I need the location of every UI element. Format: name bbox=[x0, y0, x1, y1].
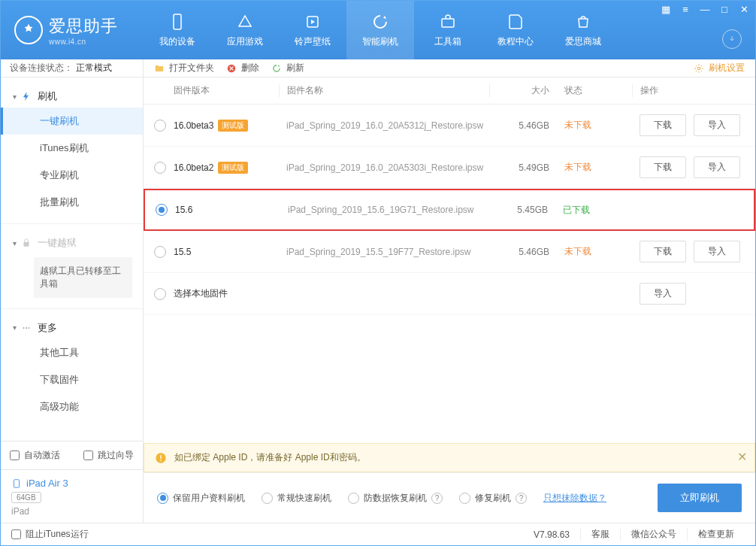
sidebar-item-one-click-flash[interactable]: 一键刷机 bbox=[1, 108, 143, 135]
table-row[interactable]: 15.6 iPad_Spring_2019_15.6_19G71_Restore… bbox=[144, 189, 755, 231]
delete-icon bbox=[226, 63, 237, 74]
firmware-size: 5.46GB bbox=[489, 120, 557, 131]
grid-icon[interactable]: ▦ bbox=[659, 4, 673, 15]
version-text: 15.5 bbox=[174, 247, 191, 257]
help-icon[interactable]: ? bbox=[431, 493, 443, 504]
chevron-down-icon: ▾ bbox=[13, 239, 17, 247]
svg-point-9 bbox=[697, 67, 700, 70]
row-radio[interactable] bbox=[154, 162, 166, 174]
action-bar: 保留用户资料刷机 常规快速刷机 防数据恢复刷机? 修复刷机? 只想抹除数据？ 立… bbox=[144, 472, 755, 523]
row-radio[interactable] bbox=[156, 204, 168, 216]
nav-ringtones[interactable]: 铃声壁纸 bbox=[279, 1, 346, 59]
import-button[interactable]: 导入 bbox=[694, 241, 740, 262]
app-logo-icon bbox=[14, 16, 43, 44]
import-button[interactable]: 导入 bbox=[694, 156, 740, 178]
row-radio[interactable] bbox=[154, 246, 166, 258]
sidebar-item-advanced[interactable]: 高级功能 bbox=[1, 393, 143, 420]
storage-badge: 64GB bbox=[11, 492, 41, 503]
firmware-name: iPad_Spring_2019_16.0_20A5303i_Restore.i… bbox=[279, 162, 489, 173]
firmware-size: 5.49GB bbox=[489, 162, 557, 173]
download-button[interactable]: 下载 bbox=[640, 114, 686, 136]
erase-only-link[interactable]: 只想抹除数据？ bbox=[543, 492, 606, 505]
refresh-button[interactable]: 刷新 bbox=[271, 62, 304, 74]
more-icon bbox=[21, 323, 32, 333]
flash-now-button[interactable]: 立即刷机 bbox=[658, 484, 742, 512]
sidebar-item-other-tools[interactable]: 其他工具 bbox=[1, 339, 143, 366]
status-text: 未下载 bbox=[564, 120, 591, 130]
firmware-name: iPad_Spring_2019_15.5_19F77_Restore.ipsw bbox=[279, 247, 489, 257]
chevron-down-icon: ▾ bbox=[13, 323, 17, 332]
version-text: 16.0beta2 bbox=[174, 162, 213, 173]
footer-update[interactable]: 检查更新 bbox=[687, 528, 745, 541]
option-retain[interactable]: 保留用户资料刷机 bbox=[157, 492, 245, 505]
sidebar-item-pro-flash[interactable]: 专业刷机 bbox=[1, 162, 143, 189]
firmware-name: iPad_Spring_2019_16.0_20A5312j_Restore.i… bbox=[279, 120, 489, 131]
list-icon[interactable]: ≡ bbox=[679, 4, 692, 15]
option-anti[interactable]: 防数据恢复刷机? bbox=[348, 492, 443, 505]
nav-my-device[interactable]: 我的设备 bbox=[144, 1, 211, 59]
minimize-icon[interactable]: — bbox=[698, 4, 712, 15]
nav-flash[interactable]: 智能刷机 bbox=[346, 1, 414, 59]
logo-area: 爱思助手 www.i4.cn bbox=[1, 15, 144, 46]
warning-close-icon[interactable]: ✕ bbox=[737, 450, 747, 464]
sidebar-item-download-firmware[interactable]: 下载固件 bbox=[1, 366, 143, 393]
footer-wechat[interactable]: 微信公众号 bbox=[620, 528, 687, 541]
beta-badge: 测试版 bbox=[218, 162, 248, 174]
sidebar: 设备连接状态： 正常模式 ▾ 刷机 一键刷机 iTunes刷机 专业刷机 批量刷… bbox=[1, 59, 144, 523]
lock-icon bbox=[21, 238, 32, 248]
firmware-size: 5.46GB bbox=[489, 247, 557, 257]
nav-toolbox[interactable]: 工具箱 bbox=[414, 1, 482, 59]
footer: 阻止iTunes运行 V7.98.63 客服 微信公众号 检查更新 bbox=[1, 523, 755, 545]
beta-badge: 测试版 bbox=[218, 120, 248, 132]
svg-rect-0 bbox=[174, 14, 181, 29]
chevron-down-icon: ▾ bbox=[13, 93, 17, 101]
nav-apps[interactable]: 应用游戏 bbox=[211, 1, 279, 59]
close-icon[interactable]: ✕ bbox=[737, 4, 751, 15]
nav-store[interactable]: 爱思商城 bbox=[549, 1, 617, 59]
svg-rect-3 bbox=[24, 242, 29, 247]
nav-tutorials[interactable]: 教程中心 bbox=[482, 1, 549, 59]
delete-button[interactable]: 删除 bbox=[226, 62, 259, 74]
download-button[interactable]: 下载 bbox=[640, 241, 686, 262]
sidebar-group-more[interactable]: ▾ 更多 bbox=[1, 317, 143, 339]
toolbar: 打开文件夹 删除 刷新 刷机设置 bbox=[144, 59, 755, 77]
table-row[interactable]: 15.5 iPad_Spring_2019_15.5_19F77_Restore… bbox=[144, 231, 755, 273]
flash-icon bbox=[21, 91, 32, 102]
device-info[interactable]: iPad Air 3 64GB iPad bbox=[1, 469, 143, 523]
block-itunes-checkbox[interactable]: 阻止iTunes运行 bbox=[11, 528, 89, 541]
app-domain: www.i4.cn bbox=[49, 38, 118, 46]
connection-status: 设备连接状态： 正常模式 bbox=[1, 59, 143, 77]
main-panel: 打开文件夹 删除 刷新 刷机设置 固件版本 固件名称 大小 状态 bbox=[144, 59, 755, 523]
row-radio[interactable] bbox=[154, 120, 166, 132]
open-folder-button[interactable]: 打开文件夹 bbox=[154, 62, 214, 74]
version-text: 16.0beta3 bbox=[174, 120, 213, 131]
app-name: 爱思助手 bbox=[49, 15, 118, 38]
footer-support[interactable]: 客服 bbox=[580, 528, 620, 541]
skip-guide-checkbox[interactable]: 跳过向导 bbox=[83, 449, 134, 462]
svg-rect-2 bbox=[442, 19, 454, 27]
maximize-icon[interactable]: □ bbox=[718, 4, 731, 15]
auto-activate-checkbox[interactable]: 自动激活 bbox=[10, 449, 60, 462]
svg-point-6 bbox=[29, 327, 30, 329]
svg-rect-7 bbox=[14, 479, 20, 487]
option-repair[interactable]: 修复刷机? bbox=[459, 492, 527, 505]
gear-icon bbox=[694, 63, 704, 74]
sidebar-item-itunes-flash[interactable]: iTunes刷机 bbox=[1, 135, 143, 162]
status-text: 未下载 bbox=[564, 162, 591, 172]
radio-local[interactable] bbox=[154, 288, 166, 300]
import-button[interactable]: 导入 bbox=[694, 114, 740, 136]
download-button[interactable]: 下载 bbox=[640, 156, 686, 178]
jailbreak-note: 越狱工具已转移至工具箱 bbox=[34, 257, 132, 298]
option-normal[interactable]: 常规快速刷机 bbox=[262, 492, 331, 505]
table-row[interactable]: 16.0beta2测试版 iPad_Spring_2019_16.0_20A53… bbox=[144, 147, 755, 189]
table-row[interactable]: 16.0beta3测试版 iPad_Spring_2019_16.0_20A53… bbox=[144, 105, 755, 147]
firmware-size: 5.45GB bbox=[488, 205, 555, 215]
local-firmware-row[interactable]: 选择本地固件 导入 bbox=[144, 273, 755, 315]
sidebar-item-batch-flash[interactable]: 批量刷机 bbox=[1, 189, 143, 216]
help-icon[interactable]: ? bbox=[516, 493, 527, 504]
sidebar-group-flash[interactable]: ▾ 刷机 bbox=[1, 85, 143, 108]
flash-settings-button[interactable]: 刷机设置 bbox=[694, 62, 745, 74]
svg-point-4 bbox=[23, 327, 25, 329]
downloads-icon[interactable] bbox=[722, 29, 742, 49]
import-button[interactable]: 导入 bbox=[640, 283, 686, 305]
